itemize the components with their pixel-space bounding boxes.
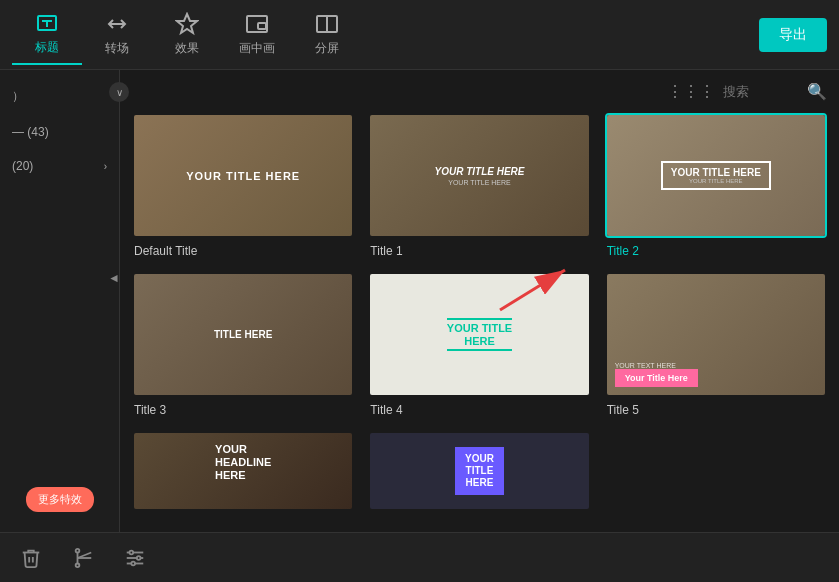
toolbar-item-effect[interactable]: 效果: [152, 5, 222, 65]
search-input-wrap: 🔍: [723, 82, 827, 101]
main-toolbar: 标题 转场 效果 画中画 分屏 导出: [0, 0, 839, 70]
sidebar-section-3-arrow: ›: [104, 161, 107, 172]
toolbar-item-title[interactable]: 标题: [12, 5, 82, 65]
title-grid: YOUR TITLE HERE Default Title YOUR TITLE…: [132, 113, 827, 517]
thumb-title2-text: YOUR TITLE HERE: [671, 167, 761, 178]
svg-point-10: [76, 563, 80, 567]
thumb-title3: TITLE HERE: [132, 272, 354, 397]
settings-button[interactable]: [124, 547, 146, 569]
main-area: ∨ ） — (43) (20) › ◄ 更多特效 ⋮⋮⋮ 🔍: [0, 70, 839, 532]
thumb-default: YOUR TITLE HERE: [132, 113, 354, 238]
search-input[interactable]: [723, 84, 803, 99]
thumb-title1: YOUR TITLE HERE YOUR TITLE HERE: [368, 113, 590, 238]
svg-point-11: [76, 548, 80, 552]
label-title3: Title 3: [132, 403, 354, 417]
toolbar-item-pip[interactable]: 画中画: [222, 5, 292, 65]
thumb-title4-box: YOUR TITLEHERE: [447, 316, 512, 352]
thumb-title6-text: YOURHEADLINEHERE: [215, 443, 271, 483]
sidebar-section-2-label: — (43): [12, 125, 49, 139]
toolbar-item-title-label: 标题: [35, 39, 59, 56]
export-button[interactable]: 导出: [759, 18, 827, 52]
thumb-title3-text: TITLE HERE: [214, 329, 272, 340]
thumb-title2-box: YOUR TITLE HERE YOUR TITLE HERE: [661, 161, 771, 190]
toolbar-item-pip-label: 画中画: [239, 40, 275, 57]
thumb-title4-text: YOUR TITLEHERE: [447, 322, 512, 346]
label-title4: Title 4: [368, 403, 590, 417]
toolbar-item-effect-label: 效果: [175, 40, 199, 57]
thumb-title7-text: YOURTITLEHERE: [465, 453, 494, 489]
grid-view-icon[interactable]: ⋮⋮⋮: [667, 82, 715, 101]
grid-item-title4[interactable]: YOUR TITLEHERE Title 4: [368, 272, 590, 417]
thumb-title5: YOUR TEXT HERE Your Title Here: [605, 272, 827, 397]
sidebar-section-3[interactable]: (20) ›: [0, 149, 119, 183]
thumb-default-text: YOUR TITLE HERE: [186, 170, 300, 182]
sidebar: ∨ ） — (43) (20) › ◄ 更多特效: [0, 70, 120, 532]
thumb-title5-pink: Your Title Here: [615, 369, 698, 387]
toolbar-item-splitscreen[interactable]: 分屏: [292, 5, 362, 65]
delete-button[interactable]: [20, 547, 42, 569]
thumb-title6: YOURHEADLINEHERE: [132, 431, 354, 511]
label-title5: Title 5: [605, 403, 827, 417]
label-title1: Title 1: [368, 244, 590, 258]
toolbar-item-transition-label: 转场: [105, 40, 129, 57]
thumb-title2-sub: YOUR TITLE HERE: [671, 178, 761, 184]
bottom-toolbar: [0, 532, 839, 582]
toolbar-item-transition[interactable]: 转场: [82, 5, 152, 65]
grid-item-title3[interactable]: TITLE HERE Title 3: [132, 272, 354, 417]
sidebar-section-1-label: ）: [12, 88, 24, 105]
thumb-title5-text: Your Title Here: [625, 373, 688, 383]
more-effects-button[interactable]: 更多特效: [26, 487, 94, 512]
collapse-arrow[interactable]: ∨: [109, 82, 129, 102]
sidebar-section-3-label: (20): [12, 159, 33, 173]
grid-item-title6[interactable]: YOURHEADLINEHERE: [132, 431, 354, 517]
label-default: Default Title: [132, 244, 354, 258]
thumb-title1-text: YOUR TITLE HERE: [434, 166, 524, 177]
sidebar-section-2[interactable]: — (43): [0, 115, 119, 149]
thumb-title7-box: YOURTITLEHERE: [455, 447, 504, 495]
grid-item-title2[interactable]: YOUR TITLE HERE YOUR TITLE HERE Title 2: [605, 113, 827, 258]
thumb-title5-sub: YOUR TEXT HERE: [615, 362, 676, 369]
svg-point-19: [137, 556, 141, 560]
grid-item-default[interactable]: YOUR TITLE HERE Default Title: [132, 113, 354, 258]
grid-item-title7[interactable]: YOURTITLEHERE: [368, 431, 590, 517]
svg-marker-3: [177, 14, 197, 33]
thumb-title2: YOUR TITLE HERE YOUR TITLE HERE: [605, 113, 827, 238]
label-title2: Title 2: [605, 244, 827, 258]
svg-point-20: [131, 561, 135, 565]
sidebar-section-1[interactable]: ）: [0, 78, 119, 115]
thumb-title1-sub: YOUR TITLE HERE: [448, 179, 511, 186]
search-bar: ⋮⋮⋮ 🔍: [132, 82, 827, 101]
svg-rect-5: [258, 23, 266, 29]
grid-item-title1[interactable]: YOUR TITLE HERE YOUR TITLE HERE Title 1: [368, 113, 590, 258]
search-icon[interactable]: 🔍: [807, 82, 827, 101]
cut-button[interactable]: [72, 547, 94, 569]
grid-item-title5[interactable]: YOUR TEXT HERE Your Title Here Title 5: [605, 272, 827, 417]
volume-icon[interactable]: ◄: [108, 271, 120, 285]
toolbar-item-splitscreen-label: 分屏: [315, 40, 339, 57]
thumb-title4: YOUR TITLEHERE: [368, 272, 590, 397]
content-area: ⋮⋮⋮ 🔍 YOUR TITLE HERE Default Title: [120, 70, 839, 532]
thumb-title7: YOURTITLEHERE: [368, 431, 590, 511]
svg-point-18: [130, 550, 134, 554]
